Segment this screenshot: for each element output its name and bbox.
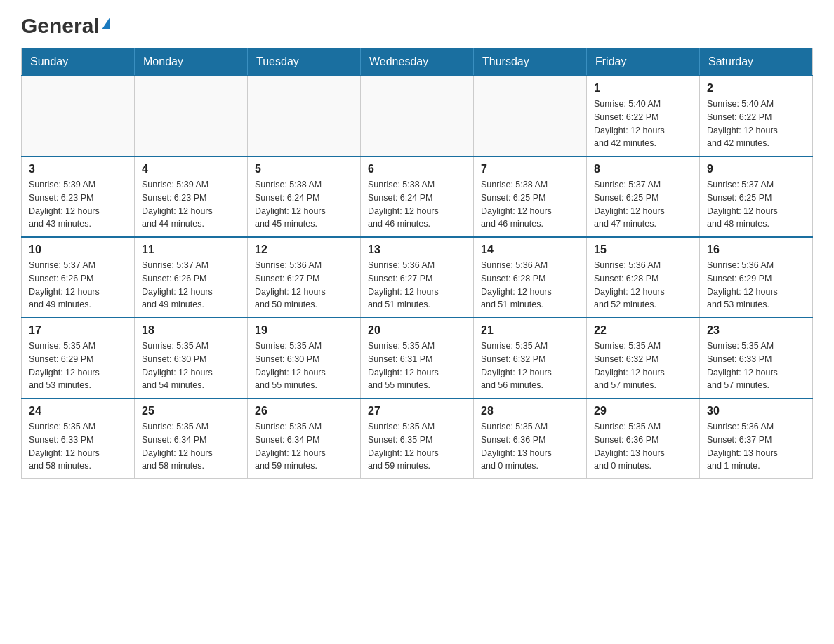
day-info: Sunrise: 5:40 AM Sunset: 6:22 PM Dayligh…: [594, 98, 692, 150]
day-number: 25: [142, 405, 240, 417]
day-number: 8: [594, 163, 692, 175]
calendar-table: SundayMondayTuesdayWednesdayThursdayFrid…: [21, 48, 813, 479]
calendar-cell: 17Sunrise: 5:35 AM Sunset: 6:29 PM Dayli…: [22, 318, 135, 398]
day-number: 2: [707, 82, 805, 95]
calendar-cell: 3Sunrise: 5:39 AM Sunset: 6:23 PM Daylig…: [22, 156, 135, 237]
day-number: 21: [481, 324, 579, 337]
calendar-cell: 16Sunrise: 5:36 AM Sunset: 6:29 PM Dayli…: [700, 237, 813, 318]
day-info: Sunrise: 5:35 AM Sunset: 6:29 PM Dayligh…: [29, 340, 127, 392]
calendar-cell: [248, 76, 361, 156]
calendar-cell: 7Sunrise: 5:38 AM Sunset: 6:25 PM Daylig…: [474, 156, 587, 237]
calendar-cell: 27Sunrise: 5:35 AM Sunset: 6:35 PM Dayli…: [361, 398, 474, 479]
day-number: 17: [29, 324, 127, 337]
logo-general: General: [21, 14, 100, 38]
calendar-cell: 1Sunrise: 5:40 AM Sunset: 6:22 PM Daylig…: [587, 76, 700, 156]
day-info: Sunrise: 5:37 AM Sunset: 6:26 PM Dayligh…: [29, 259, 127, 311]
day-number: 29: [594, 405, 692, 417]
logo: General: [21, 14, 110, 34]
day-info: Sunrise: 5:38 AM Sunset: 6:25 PM Dayligh…: [481, 178, 579, 231]
day-info: Sunrise: 5:36 AM Sunset: 6:27 PM Dayligh…: [368, 259, 466, 311]
calendar-cell: 29Sunrise: 5:35 AM Sunset: 6:36 PM Dayli…: [587, 398, 700, 479]
weekday-header-sunday: Sunday: [22, 48, 135, 76]
calendar-cell: 4Sunrise: 5:39 AM Sunset: 6:23 PM Daylig…: [135, 156, 248, 237]
day-number: 12: [255, 243, 353, 256]
page-header: General: [21, 14, 813, 34]
day-info: Sunrise: 5:39 AM Sunset: 6:23 PM Dayligh…: [142, 178, 240, 231]
calendar-week-row: 10Sunrise: 5:37 AM Sunset: 6:26 PM Dayli…: [22, 237, 813, 318]
day-number: 23: [707, 324, 805, 337]
day-number: 1: [594, 82, 692, 95]
day-number: 10: [29, 243, 127, 256]
weekday-header-monday: Monday: [135, 48, 248, 76]
day-info: Sunrise: 5:40 AM Sunset: 6:22 PM Dayligh…: [707, 98, 805, 150]
calendar-cell: 20Sunrise: 5:35 AM Sunset: 6:31 PM Dayli…: [361, 318, 474, 398]
calendar-cell: 6Sunrise: 5:38 AM Sunset: 6:24 PM Daylig…: [361, 156, 474, 237]
calendar-cell: 14Sunrise: 5:36 AM Sunset: 6:28 PM Dayli…: [474, 237, 587, 318]
day-info: Sunrise: 5:36 AM Sunset: 6:28 PM Dayligh…: [481, 259, 579, 311]
calendar-cell: 18Sunrise: 5:35 AM Sunset: 6:30 PM Dayli…: [135, 318, 248, 398]
day-info: Sunrise: 5:36 AM Sunset: 6:27 PM Dayligh…: [255, 259, 353, 311]
day-info: Sunrise: 5:36 AM Sunset: 6:37 PM Dayligh…: [707, 420, 805, 473]
day-info: Sunrise: 5:35 AM Sunset: 6:35 PM Dayligh…: [368, 420, 466, 473]
calendar-cell: 5Sunrise: 5:38 AM Sunset: 6:24 PM Daylig…: [248, 156, 361, 237]
day-number: 30: [707, 405, 805, 417]
day-number: 5: [255, 163, 353, 175]
calendar-cell: 22Sunrise: 5:35 AM Sunset: 6:32 PM Dayli…: [587, 318, 700, 398]
day-number: 6: [368, 163, 466, 175]
weekday-header-friday: Friday: [587, 48, 700, 76]
day-number: 11: [142, 243, 240, 256]
day-number: 26: [255, 405, 353, 417]
day-number: 9: [707, 163, 805, 175]
day-info: Sunrise: 5:37 AM Sunset: 6:25 PM Dayligh…: [707, 178, 805, 231]
day-info: Sunrise: 5:36 AM Sunset: 6:28 PM Dayligh…: [594, 259, 692, 311]
calendar-week-row: 24Sunrise: 5:35 AM Sunset: 6:33 PM Dayli…: [22, 398, 813, 479]
day-info: Sunrise: 5:38 AM Sunset: 6:24 PM Dayligh…: [368, 178, 466, 231]
calendar-cell: 10Sunrise: 5:37 AM Sunset: 6:26 PM Dayli…: [22, 237, 135, 318]
calendar-cell: 25Sunrise: 5:35 AM Sunset: 6:34 PM Dayli…: [135, 398, 248, 479]
day-number: 3: [29, 163, 127, 175]
day-info: Sunrise: 5:35 AM Sunset: 6:33 PM Dayligh…: [29, 420, 127, 473]
day-info: Sunrise: 5:35 AM Sunset: 6:34 PM Dayligh…: [142, 420, 240, 473]
calendar-cell: [135, 76, 248, 156]
calendar-cell: 30Sunrise: 5:36 AM Sunset: 6:37 PM Dayli…: [700, 398, 813, 479]
weekday-header-saturday: Saturday: [700, 48, 813, 76]
calendar-cell: [474, 76, 587, 156]
day-info: Sunrise: 5:35 AM Sunset: 6:32 PM Dayligh…: [594, 340, 692, 392]
calendar-cell: 15Sunrise: 5:36 AM Sunset: 6:28 PM Dayli…: [587, 237, 700, 318]
day-info: Sunrise: 5:38 AM Sunset: 6:24 PM Dayligh…: [255, 178, 353, 231]
day-number: 15: [594, 243, 692, 256]
day-number: 13: [368, 243, 466, 256]
day-info: Sunrise: 5:35 AM Sunset: 6:30 PM Dayligh…: [255, 340, 353, 392]
day-info: Sunrise: 5:35 AM Sunset: 6:36 PM Dayligh…: [481, 420, 579, 473]
day-number: 27: [368, 405, 466, 417]
day-number: 4: [142, 163, 240, 175]
day-number: 14: [481, 243, 579, 256]
day-info: Sunrise: 5:36 AM Sunset: 6:29 PM Dayligh…: [707, 259, 805, 311]
day-number: 18: [142, 324, 240, 337]
day-number: 19: [255, 324, 353, 337]
calendar-cell: 23Sunrise: 5:35 AM Sunset: 6:33 PM Dayli…: [700, 318, 813, 398]
day-number: 20: [368, 324, 466, 337]
day-number: 16: [707, 243, 805, 256]
day-info: Sunrise: 5:35 AM Sunset: 6:34 PM Dayligh…: [255, 420, 353, 473]
weekday-header-tuesday: Tuesday: [248, 48, 361, 76]
calendar-cell: 13Sunrise: 5:36 AM Sunset: 6:27 PM Dayli…: [361, 237, 474, 318]
day-info: Sunrise: 5:35 AM Sunset: 6:36 PM Dayligh…: [594, 420, 692, 473]
day-info: Sunrise: 5:37 AM Sunset: 6:25 PM Dayligh…: [594, 178, 692, 231]
weekday-header-thursday: Thursday: [474, 48, 587, 76]
day-info: Sunrise: 5:35 AM Sunset: 6:33 PM Dayligh…: [707, 340, 805, 392]
day-number: 22: [594, 324, 692, 337]
calendar-cell: 8Sunrise: 5:37 AM Sunset: 6:25 PM Daylig…: [587, 156, 700, 237]
calendar-cell: [22, 76, 135, 156]
calendar-week-row: 3Sunrise: 5:39 AM Sunset: 6:23 PM Daylig…: [22, 156, 813, 237]
calendar-cell: 12Sunrise: 5:36 AM Sunset: 6:27 PM Dayli…: [248, 237, 361, 318]
calendar-cell: 24Sunrise: 5:35 AM Sunset: 6:33 PM Dayli…: [22, 398, 135, 479]
calendar-cell: 2Sunrise: 5:40 AM Sunset: 6:22 PM Daylig…: [700, 76, 813, 156]
day-number: 7: [481, 163, 579, 175]
calendar-cell: [361, 76, 474, 156]
day-info: Sunrise: 5:39 AM Sunset: 6:23 PM Dayligh…: [29, 178, 127, 231]
calendar-cell: 9Sunrise: 5:37 AM Sunset: 6:25 PM Daylig…: [700, 156, 813, 237]
day-info: Sunrise: 5:35 AM Sunset: 6:30 PM Dayligh…: [142, 340, 240, 392]
weekday-header-row: SundayMondayTuesdayWednesdayThursdayFrid…: [22, 48, 813, 76]
day-info: Sunrise: 5:37 AM Sunset: 6:26 PM Dayligh…: [142, 259, 240, 311]
